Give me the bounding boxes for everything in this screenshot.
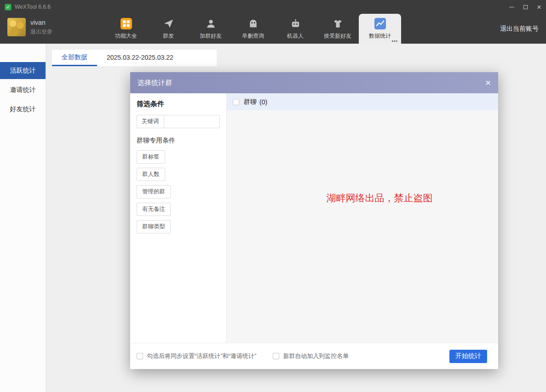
content-tabstrip: 全部数据 2025.03.22-2025.03.22: [52, 50, 217, 66]
maximize-button[interactable]: [518, 0, 532, 14]
watermark-text: 湖畔网络出品，禁止盗图: [227, 192, 498, 205]
accept-friend-icon: [332, 17, 344, 29]
dialog-close-button[interactable]: ×: [485, 78, 491, 87]
nav-item-statistics[interactable]: 数据统计 •••: [359, 14, 401, 44]
group-list-panel: 群聊 (0) 湖畔网络出品，禁止盗图: [227, 93, 498, 343]
sidebar-item-invite-stats[interactable]: 邀请统计: [0, 81, 46, 98]
nav-item-robot[interactable]: 机器人: [274, 14, 316, 44]
nav-item-mass-send[interactable]: 群发: [147, 14, 190, 44]
nav-item-add-group-friends[interactable]: 加群好友: [190, 14, 232, 44]
nav-item-delete-query[interactable]: 单删查询: [232, 14, 274, 44]
nav-item-label: 功能大全: [115, 32, 137, 40]
nav-item-label: 单删查询: [242, 32, 264, 40]
nav-item-features[interactable]: 功能大全: [105, 14, 147, 44]
select-all-checkbox[interactable]: [233, 99, 239, 105]
sync-settings-checkbox[interactable]: [137, 353, 143, 359]
filter-button-group-tag[interactable]: 群标签: [137, 150, 165, 164]
sidebar-item-friend-stats[interactable]: 好友统计: [0, 101, 46, 118]
window-title: WeXTool 6.6.6: [15, 4, 51, 10]
dialog-header: 选择统计群 ×: [130, 72, 498, 93]
send-icon: [162, 17, 174, 29]
group-list-count: (0): [259, 98, 267, 106]
account-section: vivan 退出登录: [7, 18, 52, 36]
nav-item-label: 加群好友: [200, 32, 222, 40]
nav-item-label: 数据统计: [369, 32, 391, 40]
nav-item-label: 接受新好友: [324, 32, 351, 40]
window-controls: ×: [505, 0, 546, 14]
nav-items: 功能大全 群发 加群好友 单删查询: [105, 14, 401, 44]
group-list-label: 群聊: [244, 98, 257, 106]
navbar: vivan 退出登录 功能大全 群发 加群好友: [0, 14, 546, 44]
robot-icon: [289, 17, 301, 29]
filter-button-has-remark[interactable]: 有无备注: [137, 203, 171, 216]
sync-settings-label: 勾选后将同步设置“活跃统计”和“邀请统计”: [147, 352, 256, 360]
sidebar: 活跃统计 邀请统计 好友统计: [0, 44, 46, 392]
tab-all-data[interactable]: 全部数据: [52, 50, 97, 66]
keyword-input[interactable]: [164, 115, 220, 128]
delete-query-icon: [247, 17, 259, 29]
nav-item-label: 机器人: [287, 32, 304, 40]
titlebar: WeXTool 6.6.6 ×: [0, 0, 546, 14]
maximize-icon: [523, 5, 528, 9]
tab-date-range[interactable]: 2025.03.22-2025.03.22: [97, 50, 183, 66]
add-friend-icon: [205, 17, 217, 29]
filter-heading: 筛选条件: [137, 100, 220, 108]
start-statistics-button[interactable]: 开始统计: [449, 350, 487, 363]
auto-monitor-label: 新群自动加入到监控名单: [283, 352, 349, 360]
nav-more-dots[interactable]: •••: [391, 39, 398, 44]
minimize-icon: [509, 7, 514, 7]
account-name: vivan: [30, 19, 52, 26]
filter-button-group-size[interactable]: 群人数: [137, 168, 165, 181]
avatar[interactable]: [7, 18, 26, 36]
filter-panel: 筛选条件 关键词 群聊专用条件 群标签 群人数 管理的群 有无备注 群聊类型: [130, 93, 227, 343]
nav-item-accept-new-friends[interactable]: 接受新好友: [316, 14, 359, 44]
grid-icon: [120, 17, 132, 29]
filter-button-group-type[interactable]: 群聊类型: [137, 220, 171, 233]
nav-item-label: 群发: [163, 32, 174, 40]
auto-monitor-checkbox[interactable]: [273, 353, 279, 359]
select-group-dialog: 选择统计群 × 筛选条件 关键词 群聊专用条件 群标签 群人数 管理的群 有无备…: [130, 72, 498, 369]
logout-account-button[interactable]: 退出当前账号: [500, 25, 539, 33]
sidebar-item-active-stats[interactable]: 活跃统计: [0, 62, 46, 79]
app-window: WeXTool 6.6.6 × vivan 退出登录 功能大全: [0, 0, 546, 392]
app-logo-icon: [5, 4, 11, 11]
group-filter-heading: 群聊专用条件: [137, 136, 220, 145]
minimize-button[interactable]: [505, 0, 518, 14]
group-list-header: 群聊 (0): [227, 93, 498, 110]
filter-button-managed-groups[interactable]: 管理的群: [137, 185, 171, 199]
keyword-filter-button[interactable]: 关键词: [137, 115, 164, 128]
logout-link[interactable]: 退出登录: [30, 28, 52, 36]
close-button[interactable]: ×: [532, 0, 546, 14]
stats-icon: [374, 17, 386, 29]
dialog-footer: 勾选后将同步设置“活跃统计”和“邀请统计” 新群自动加入到监控名单 开始统计: [130, 343, 498, 369]
dialog-title: 选择统计群: [138, 79, 172, 87]
